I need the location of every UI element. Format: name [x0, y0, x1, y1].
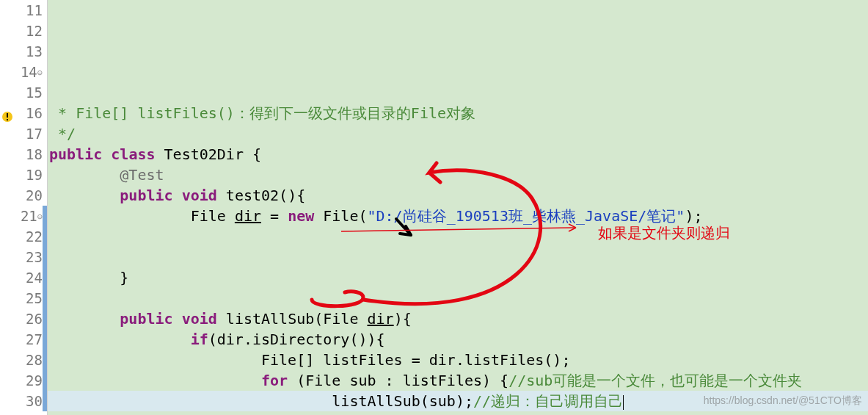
change-marker: [43, 267, 47, 288]
code-line[interactable]: [48, 226, 868, 247]
line-number: 25: [0, 288, 47, 308]
line-number: 20: [0, 185, 47, 206]
svg-rect-1: [7, 113, 8, 118]
code-editor[interactable]: 11121314⊖15161718192021⊖2223242526272829…: [0, 0, 868, 415]
change-marker: [43, 206, 47, 226]
change-marker: [43, 288, 47, 308]
line-number: 19: [0, 165, 47, 185]
line-number: 14⊖: [0, 62, 47, 82]
line-number: 12: [0, 21, 47, 41]
line-number: 11: [0, 0, 47, 21]
line-number: 16: [0, 103, 47, 123]
code-line[interactable]: [48, 288, 868, 308]
line-number: 22: [0, 226, 47, 247]
change-marker: [43, 308, 47, 329]
line-number: 24: [0, 267, 47, 288]
line-number: 15: [0, 82, 47, 103]
line-number: 30: [0, 391, 47, 411]
code-line[interactable]: @Test: [48, 165, 868, 185]
change-marker: [43, 370, 47, 391]
code-line[interactable]: [48, 247, 868, 267]
change-marker: [43, 350, 47, 370]
line-number: 21⊖: [0, 206, 47, 226]
code-line[interactable]: public void listAllSub(File dir){: [48, 308, 868, 329]
line-number: 23: [0, 247, 47, 267]
code-line[interactable]: for (File sub : listFiles) {//sub可能是一个文件…: [48, 370, 868, 391]
change-marker: [43, 329, 47, 350]
change-marker: [43, 226, 47, 247]
line-number: 18: [0, 144, 47, 165]
line-number: 13: [0, 41, 47, 62]
code-line[interactable]: if(dir.isDirectory()){: [48, 329, 868, 350]
code-line[interactable]: public void test02(){: [48, 185, 868, 206]
line-number: 26: [0, 308, 47, 329]
code-line[interactable]: }: [48, 411, 868, 415]
line-number: 29: [0, 370, 47, 391]
code-line[interactable]: */: [48, 123, 868, 144]
svg-rect-2: [7, 119, 8, 120]
code-area[interactable]: * File[] listFiles()：得到下一级文件或目录的File对象 *…: [48, 0, 868, 415]
watermark: https://blog.csdn.net/@51CTO博客: [704, 390, 862, 411]
code-line[interactable]: }: [48, 267, 868, 288]
line-number: 28: [0, 350, 47, 370]
change-marker: [43, 247, 47, 267]
code-line[interactable]: public class Test02Dir {: [48, 144, 868, 165]
code-line[interactable]: File[] listFiles = dir.listFiles();: [48, 350, 868, 370]
code-line[interactable]: File dir = new File("D:/尚硅谷_190513班_柴林燕_…: [48, 206, 868, 226]
warning-icon: [1, 107, 13, 119]
line-number: 17: [0, 123, 47, 144]
annotation-text: 如果是文件夹则递归: [598, 223, 730, 243]
line-number: 27: [0, 329, 47, 350]
line-number-gutter: 11121314⊖15161718192021⊖2223242526272829…: [0, 0, 48, 415]
change-marker: [43, 391, 47, 411]
code-line[interactable]: * File[] listFiles()：得到下一级文件或目录的File对象: [48, 103, 868, 123]
